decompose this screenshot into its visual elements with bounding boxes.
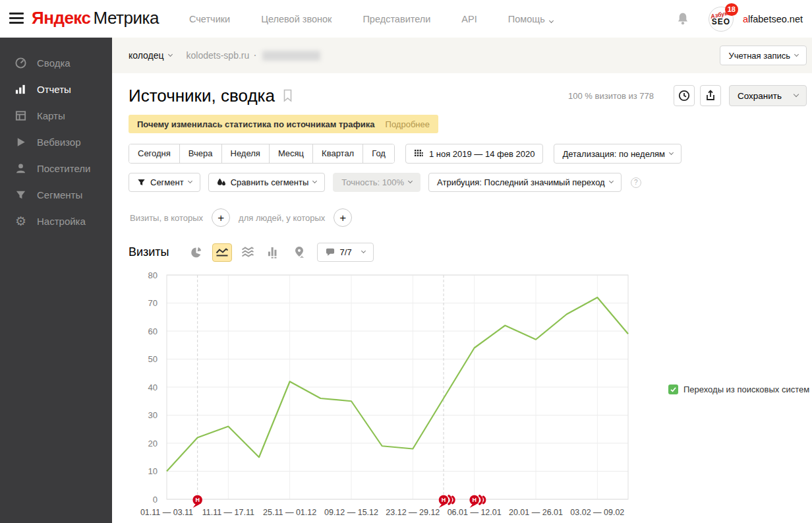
play-icon xyxy=(14,136,27,148)
period-row: Сегодня Вчера Неделя Месяц Квартал Год 1… xyxy=(129,144,812,164)
breadcrumb-separator: · xyxy=(253,49,256,61)
notification-count-badge[interactable]: 18 xyxy=(725,3,738,16)
x-axis-tick: 23.12 — 29.12 xyxy=(386,508,440,517)
date-range-button[interactable]: 1 ноя 2019 — 14 фев 2020 xyxy=(405,144,543,164)
sidebar-item-visitors[interactable]: Посетители xyxy=(0,155,112,181)
hamburger-menu-icon[interactable] xyxy=(9,13,24,24)
sidebar-item-webvisor[interactable]: Вебвизор xyxy=(0,129,112,155)
sidebar-item-maps[interactable]: Карты xyxy=(0,102,112,129)
nav-counters[interactable]: Счетчики xyxy=(189,14,230,24)
top-nav: Счетчики Целевой звонок Представители AP… xyxy=(189,0,553,38)
period-presets: Сегодня Вчера Неделя Месяц Квартал Год xyxy=(129,144,395,164)
metric-label: Визиты xyxy=(129,245,169,259)
detail-dropdown[interactable]: Детализация: по неделям xyxy=(554,144,682,164)
preset-yesterday[interactable]: Вчера xyxy=(179,144,221,163)
holiday-marker-label: Н xyxy=(472,497,477,503)
nav-target-call[interactable]: Целевой звонок xyxy=(261,14,332,24)
top-header: ЯндексМетрика Счетчики Целевой звонок Пр… xyxy=(0,0,812,38)
preset-quarter[interactable]: Квартал xyxy=(312,144,362,163)
add-visit-filter-button[interactable]: + xyxy=(212,208,230,227)
counter-selector[interactable]: колодец xyxy=(129,50,172,61)
notifications-bell-icon[interactable] xyxy=(676,12,690,26)
legend-item-search-traffic[interactable]: Переходы из поисковых систем xyxy=(668,385,809,394)
filter-row: Визиты, в которых + для людей, у которых… xyxy=(130,208,812,227)
export-share-icon xyxy=(705,90,716,102)
x-axis-tick: 20.01 — 26.01 xyxy=(509,508,563,517)
preset-month[interactable]: Месяц xyxy=(269,144,312,163)
sidebar-nav: Сводка Отчеты Карты Вебвизор Посетители … xyxy=(0,38,112,523)
attribution-dropdown[interactable]: Атрибуция: Последний значимый переход xyxy=(428,173,622,192)
chevron-down-icon xyxy=(188,179,192,183)
y-axis-tick: 60 xyxy=(148,326,158,336)
legend-checkbox-checked[interactable] xyxy=(668,385,678,394)
metric-row: Визиты xyxy=(129,243,812,262)
preset-today[interactable]: Сегодня xyxy=(129,144,179,163)
chevron-down-icon xyxy=(669,150,674,154)
nav-api[interactable]: API xyxy=(461,14,477,24)
save-button[interactable]: Сохранить xyxy=(729,85,807,106)
main-content: колодец kolodets-spb.ru · Учетная запись… xyxy=(112,38,812,523)
sidebar-item-summary[interactable]: Сводка xyxy=(0,49,112,76)
comment-bubble-icon xyxy=(326,248,335,257)
sidebar-item-reports[interactable]: Отчеты xyxy=(0,76,112,102)
nav-help[interactable]: Помощь xyxy=(508,14,553,24)
layout-icon xyxy=(14,109,27,122)
username[interactable]: alfabetseo.net xyxy=(743,14,803,24)
help-question-icon[interactable]: ? xyxy=(631,177,641,188)
chevron-down-icon xyxy=(549,18,554,22)
series-count-value: 7/7 xyxy=(340,247,352,257)
export-button[interactable] xyxy=(700,85,721,106)
bookmark-icon[interactable] xyxy=(283,89,293,102)
stacked-area-icon[interactable] xyxy=(238,243,258,262)
breadcrumb-bar: колодец kolodets-spb.ru · Учетная запись xyxy=(112,38,812,73)
chevron-down-icon xyxy=(312,179,317,183)
funnel-icon xyxy=(14,189,27,201)
sidebar-item-settings[interactable]: ⚙ Настройка xyxy=(0,208,112,234)
sidebar-item-segments[interactable]: Сегменты xyxy=(0,181,112,208)
map-pin-icon[interactable] xyxy=(289,243,309,262)
app-logo[interactable]: ЯндексМетрика xyxy=(32,8,159,28)
user-avatar[interactable]: Азбука SEO 18 xyxy=(709,7,734,32)
drops-icon xyxy=(217,178,226,187)
blurred-counter-id xyxy=(262,51,320,61)
x-axis-tick: 01.11 — 03.11 xyxy=(140,508,193,517)
holiday-marker-label: Н xyxy=(442,497,446,503)
gear-icon: ⚙ xyxy=(14,215,27,228)
notice-banner: Почему изменилась статистика по источник… xyxy=(129,115,438,133)
preset-week[interactable]: Неделя xyxy=(221,144,269,163)
y-axis-tick: 80 xyxy=(148,270,158,280)
account-dropdown-button[interactable]: Учетная запись xyxy=(720,46,807,65)
columns-chart-icon[interactable] xyxy=(264,243,283,262)
bar-chart-icon xyxy=(14,83,27,96)
notice-more-link[interactable]: Подробнее xyxy=(386,119,430,129)
accuracy-dropdown[interactable]: Точность: 100% xyxy=(333,173,420,192)
chevron-down-icon xyxy=(408,179,413,183)
nav-representatives[interactable]: Представители xyxy=(362,14,430,24)
y-axis-tick: 30 xyxy=(148,410,158,420)
pie-chart-icon[interactable] xyxy=(187,243,206,262)
add-people-filter-button[interactable]: + xyxy=(334,208,352,227)
history-button[interactable] xyxy=(674,85,695,106)
chevron-down-icon xyxy=(361,249,366,253)
compare-segments-button[interactable]: Сравнить сегменты xyxy=(208,173,326,192)
legend-label: Переходы из поисковых систем xyxy=(683,385,809,394)
title-row: Источники, сводка 100 % визитов из 778 С… xyxy=(129,85,807,106)
chart-area: 0102030405060708001.11 — 03.1111.11 — 17… xyxy=(129,270,812,523)
chevron-down-icon xyxy=(794,92,799,97)
line-chart-icon[interactable] xyxy=(212,243,232,262)
series-count-dropdown[interactable]: 7/7 xyxy=(317,243,374,262)
chart-type-switcher xyxy=(187,243,309,262)
visits-filter-label: Визиты, в которых xyxy=(130,213,203,223)
preset-year[interactable]: Год xyxy=(362,144,394,163)
visits-line-chart: 0102030405060708001.11 — 03.1111.11 — 17… xyxy=(129,270,649,523)
y-axis-tick: 10 xyxy=(148,466,158,476)
y-axis-tick: 50 xyxy=(148,354,158,364)
visits-share-info: 100 % визитов из 778 xyxy=(568,91,654,101)
chevron-down-icon xyxy=(794,51,799,56)
y-axis-tick: 20 xyxy=(148,439,158,448)
page-title: Источники, сводка xyxy=(129,86,275,106)
x-axis-tick: 06.01 — 12.01 xyxy=(448,508,502,517)
segment-button[interactable]: Сегмент xyxy=(129,173,200,192)
x-axis-tick: 03.02 — 09.02 xyxy=(570,508,624,517)
notice-text: Почему изменилась статистика по источник… xyxy=(137,119,375,129)
